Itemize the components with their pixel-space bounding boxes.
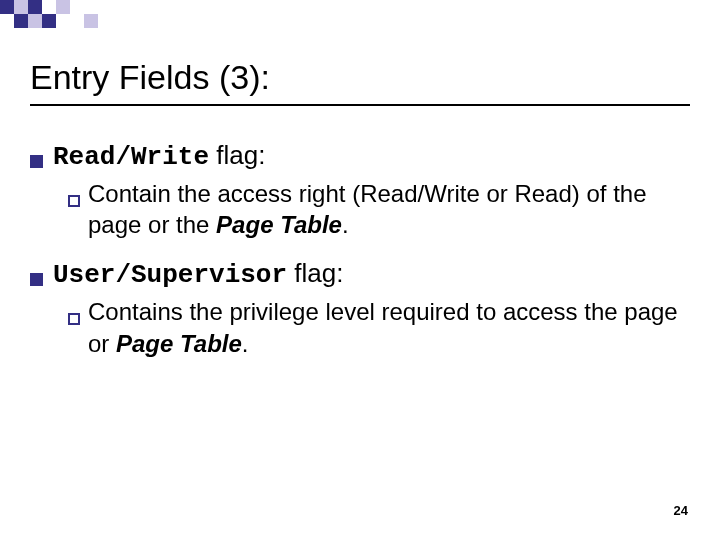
title-rule <box>30 104 690 106</box>
list-item-lead: User/Supervisor flag: <box>30 258 680 290</box>
list-item-title: User/Supervisor flag: <box>53 258 343 290</box>
list-item-title: Read/Write flag: <box>53 140 265 172</box>
suffix-text: flag: <box>287 258 343 288</box>
sub-em: Page Table <box>116 330 242 357</box>
slide-title: Entry Fields (3): <box>30 58 270 97</box>
list-item: Read/Write flag: Contain the access righ… <box>30 140 680 240</box>
code-text: Read/Write <box>53 142 209 172</box>
list-item-lead: Read/Write flag: <box>30 140 680 172</box>
suffix-text: flag: <box>209 140 265 170</box>
list-item: User/Supervisor flag: Contains the privi… <box>30 258 680 358</box>
sub-pre: Contain the access right (Read/Write or … <box>88 180 647 238</box>
code-text: User/Supervisor <box>53 260 287 290</box>
square-bullet-icon <box>30 273 43 286</box>
page-number: 24 <box>674 503 688 518</box>
slide-content: Read/Write flag: Contain the access righ… <box>30 140 680 377</box>
list-subitem: Contains the privilege level required to… <box>68 296 680 358</box>
list-subitem-text: Contain the access right (Read/Write or … <box>88 178 680 240</box>
sub-post: . <box>342 211 349 238</box>
open-square-bullet-icon <box>68 195 80 207</box>
sub-post: . <box>242 330 249 357</box>
list-subitem-text: Contains the privilege level required to… <box>88 296 680 358</box>
open-square-bullet-icon <box>68 313 80 325</box>
slide-decor-row1 <box>0 0 70 14</box>
list-subitem: Contain the access right (Read/Write or … <box>68 178 680 240</box>
sub-em: Page Table <box>216 211 342 238</box>
square-bullet-icon <box>30 155 43 168</box>
slide-decor-row2 <box>0 14 98 28</box>
